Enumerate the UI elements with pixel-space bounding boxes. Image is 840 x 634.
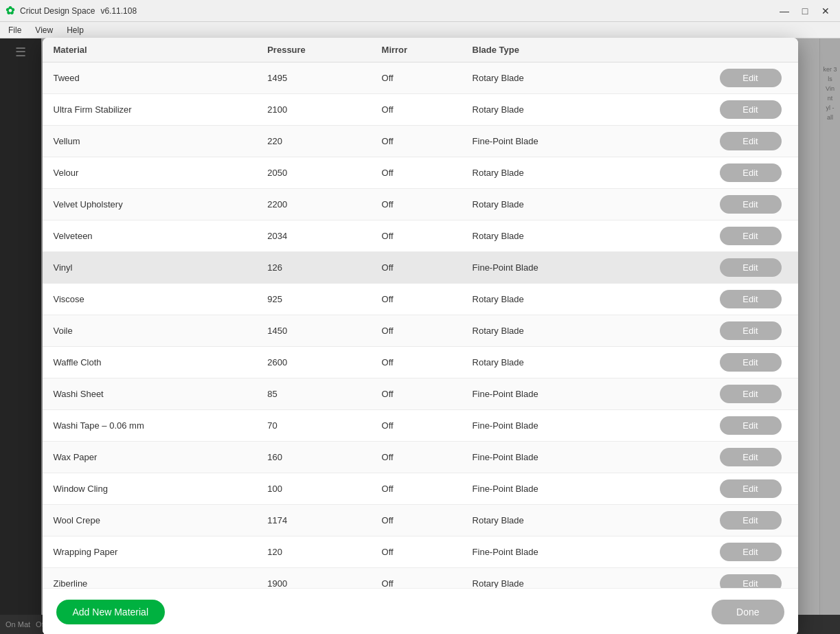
cell-mirror: Off bbox=[371, 62, 462, 93]
cell-material: Vinyl bbox=[43, 251, 257, 283]
cell-mirror: Off bbox=[371, 93, 462, 125]
table-row: Ultra Firm Stabilizer2100OffRotary Blade… bbox=[43, 93, 798, 125]
done-button[interactable]: Done bbox=[712, 600, 784, 624]
edit-button[interactable]: Edit bbox=[720, 479, 782, 498]
edit-button[interactable]: Edit bbox=[720, 416, 782, 435]
cell-actions: Edit bbox=[628, 346, 798, 378]
edit-button[interactable]: Edit bbox=[720, 290, 782, 308]
col-header-mirror: Mirror bbox=[371, 38, 462, 63]
edit-button[interactable]: Edit bbox=[720, 227, 782, 245]
table-row: Vellum220OffFine-Point BladeEdit bbox=[43, 125, 798, 157]
modal-overlay: Material Pressure Mirror Blade Type Twee… bbox=[0, 38, 840, 634]
cell-pressure: 160 bbox=[256, 441, 370, 473]
cell-material: Velveteen bbox=[43, 220, 257, 251]
app-version: v6.11.108 bbox=[100, 6, 137, 16]
cell-blade: Rotary Blade bbox=[462, 220, 628, 251]
edit-button[interactable]: Edit bbox=[720, 321, 782, 340]
cell-actions: Edit bbox=[628, 504, 798, 536]
cell-material: Vellum bbox=[43, 125, 257, 157]
table-row: Viscose925OffRotary BladeEdit bbox=[43, 283, 798, 315]
cell-pressure: 1495 bbox=[256, 62, 370, 93]
title-bar: ✿ Cricut Design Space v6.11.108 — □ ✕ bbox=[0, 0, 840, 22]
col-header-blade: Blade Type bbox=[462, 38, 628, 63]
maximize-button[interactable]: □ bbox=[796, 4, 814, 18]
table-header-row: Material Pressure Mirror Blade Type bbox=[43, 38, 798, 63]
edit-button[interactable]: Edit bbox=[720, 69, 782, 87]
table-row: Washi Tape – 0.06 mm70OffFine-Point Blad… bbox=[43, 409, 798, 441]
cell-actions: Edit bbox=[628, 251, 798, 283]
edit-button[interactable]: Edit bbox=[720, 574, 782, 588]
add-new-material-button[interactable]: Add New Material bbox=[56, 600, 166, 624]
app-background: ☰ ker 3 ls Vin nt yl - all On Mat Off Ed… bbox=[0, 38, 840, 634]
cell-actions: Edit bbox=[628, 315, 798, 346]
cell-pressure: 1174 bbox=[256, 504, 370, 536]
edit-button[interactable]: Edit bbox=[720, 195, 782, 214]
edit-button[interactable]: Edit bbox=[720, 258, 782, 277]
cell-pressure: 85 bbox=[256, 378, 370, 409]
table-row: Washi Sheet85OffFine-Point BladeEdit bbox=[43, 378, 798, 409]
cell-material: Waffle Cloth bbox=[43, 346, 257, 378]
cell-blade: Rotary Blade bbox=[462, 283, 628, 315]
cell-blade: Rotary Blade bbox=[462, 567, 628, 588]
modal-footer: Add New Material Done bbox=[43, 588, 798, 635]
cell-mirror: Off bbox=[371, 504, 462, 536]
col-header-pressure: Pressure bbox=[256, 38, 370, 63]
cell-actions: Edit bbox=[628, 409, 798, 441]
edit-button[interactable]: Edit bbox=[720, 543, 782, 561]
edit-button[interactable]: Edit bbox=[720, 385, 782, 403]
cell-actions: Edit bbox=[628, 62, 798, 93]
app-title: Cricut Design Space bbox=[20, 6, 95, 16]
cell-pressure: 1900 bbox=[256, 567, 370, 588]
cell-mirror: Off bbox=[371, 441, 462, 473]
menu-help[interactable]: Help bbox=[61, 24, 89, 36]
table-row: Wax Paper160OffFine-Point BladeEdit bbox=[43, 441, 798, 473]
cell-mirror: Off bbox=[371, 157, 462, 188]
table-row: Wool Crepe1174OffRotary BladeEdit bbox=[43, 504, 798, 536]
cell-material: Voile bbox=[43, 315, 257, 346]
cell-pressure: 126 bbox=[256, 251, 370, 283]
cell-pressure: 120 bbox=[256, 536, 370, 567]
cell-mirror: Off bbox=[371, 346, 462, 378]
cell-material: Velvet Upholstery bbox=[43, 188, 257, 220]
cell-actions: Edit bbox=[628, 441, 798, 473]
cell-blade: Rotary Blade bbox=[462, 188, 628, 220]
edit-button[interactable]: Edit bbox=[720, 448, 782, 466]
cell-blade: Fine-Point Blade bbox=[462, 441, 628, 473]
table-row: Window Cling100OffFine-Point BladeEdit bbox=[43, 473, 798, 504]
cell-mirror: Off bbox=[371, 251, 462, 283]
cell-mirror: Off bbox=[371, 567, 462, 588]
cell-mirror: Off bbox=[371, 378, 462, 409]
edit-button[interactable]: Edit bbox=[720, 100, 782, 119]
menu-file[interactable]: File bbox=[3, 24, 27, 36]
edit-button[interactable]: Edit bbox=[720, 353, 782, 372]
cell-pressure: 2600 bbox=[256, 346, 370, 378]
cell-blade: Fine-Point Blade bbox=[462, 409, 628, 441]
cell-actions: Edit bbox=[628, 283, 798, 315]
materials-table: Material Pressure Mirror Blade Type Twee… bbox=[43, 38, 798, 588]
cell-mirror: Off bbox=[371, 283, 462, 315]
cell-actions: Edit bbox=[628, 188, 798, 220]
table-row: Vinyl126OffFine-Point BladeEdit bbox=[43, 251, 798, 283]
col-header-material: Material bbox=[43, 38, 257, 63]
cell-material: Wax Paper bbox=[43, 441, 257, 473]
edit-button[interactable]: Edit bbox=[720, 511, 782, 530]
cell-material: Ziberline bbox=[43, 567, 257, 588]
cell-pressure: 925 bbox=[256, 283, 370, 315]
menu-bar: File View Help bbox=[0, 22, 840, 38]
close-button[interactable]: ✕ bbox=[817, 4, 835, 18]
cell-material: Wrapping Paper bbox=[43, 536, 257, 567]
cell-blade: Fine-Point Blade bbox=[462, 378, 628, 409]
cell-pressure: 2050 bbox=[256, 157, 370, 188]
menu-view[interactable]: View bbox=[30, 24, 58, 36]
table-row: Voile1450OffRotary BladeEdit bbox=[43, 315, 798, 346]
materials-table-container[interactable]: Material Pressure Mirror Blade Type Twee… bbox=[43, 38, 798, 588]
cell-material: Ultra Firm Stabilizer bbox=[43, 93, 257, 125]
minimize-button[interactable]: — bbox=[775, 4, 793, 18]
edit-button[interactable]: Edit bbox=[720, 163, 782, 182]
cell-actions: Edit bbox=[628, 220, 798, 251]
table-row: Tweed1495OffRotary BladeEdit bbox=[43, 62, 798, 93]
table-row: Velvet Upholstery2200OffRotary BladeEdit bbox=[43, 188, 798, 220]
edit-button[interactable]: Edit bbox=[720, 132, 782, 150]
table-row: Ziberline1900OffRotary BladeEdit bbox=[43, 567, 798, 588]
table-row: Waffle Cloth2600OffRotary BladeEdit bbox=[43, 346, 798, 378]
